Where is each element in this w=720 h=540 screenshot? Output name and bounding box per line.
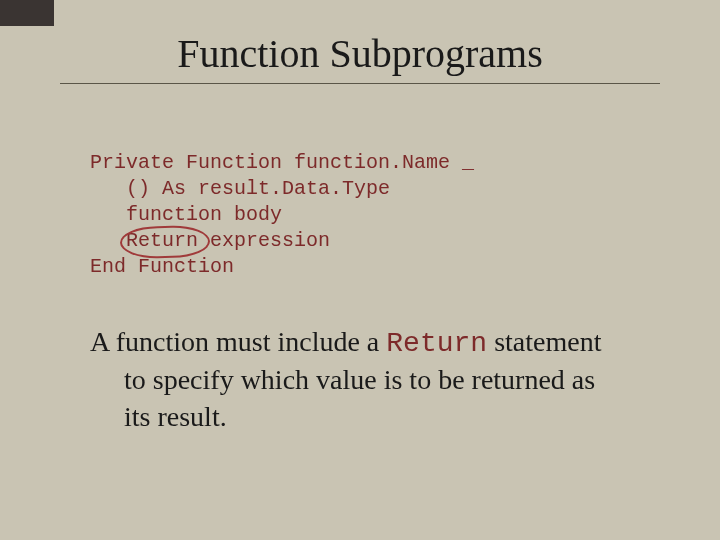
para-mono: Return [386,328,487,359]
body-paragraph: A function must include a Return stateme… [90,324,630,435]
para-part-2: statement [487,326,601,357]
slide-title: Function Subprograms [60,30,660,77]
para-line-3: its result. [90,399,630,435]
code-line-4-pre [90,229,126,252]
return-keyword-wrap: Return [126,228,198,254]
code-line-3: function body [90,203,282,226]
title-rule [60,83,660,84]
para-part-1: A function must include a [90,326,386,357]
para-line-2: to specify which value is to be returned… [90,362,630,398]
code-line-5: End Function [90,255,234,278]
code-line-1: Private Function function.Name _ [90,151,474,174]
code-line-4-post: expression [198,229,330,252]
slide: Function Subprograms Private Function fu… [0,0,720,540]
code-block: Private Function function.Name _ () As r… [90,124,660,280]
return-keyword: Return [126,229,198,252]
code-line-2: () As result.Data.Type [90,177,390,200]
corner-decoration [0,0,54,26]
